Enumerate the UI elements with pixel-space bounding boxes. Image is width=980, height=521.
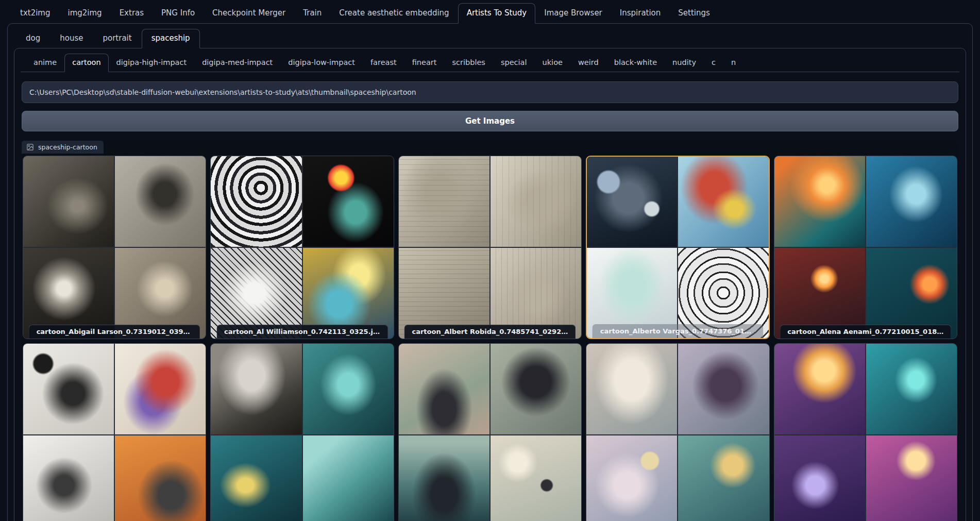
image-icon [26, 143, 34, 151]
thumbnail-image [303, 156, 394, 247]
tab-n[interactable]: n [723, 54, 744, 72]
thumbnail-collage [586, 344, 769, 521]
thumbnail-image [774, 344, 865, 434]
thumbnail-image [115, 156, 206, 247]
tab-portrait[interactable]: portrait [93, 29, 141, 48]
gallery-tile[interactable] [774, 343, 957, 521]
tab-black-white[interactable]: black-white [606, 54, 665, 72]
tab-txt2img[interactable]: txt2img [11, 3, 59, 23]
thumbnail-image [678, 435, 769, 521]
tab-spaceship[interactable]: spaceship [142, 29, 200, 48]
style-tab-bar: anime cartoon digipa-high-impact digipa-… [21, 54, 959, 72]
gallery-tile[interactable] [23, 343, 206, 521]
tab-img2img[interactable]: img2img [59, 3, 110, 23]
get-images-button[interactable]: Get Images [22, 111, 958, 131]
thumbnail-image [211, 156, 301, 247]
thumbnail-image [115, 435, 206, 521]
thumbnail-image [678, 157, 768, 247]
tile-caption: cartoon_Alberto Vargas_0.7747376_0175.jp… [593, 324, 763, 338]
tab-fareast[interactable]: fareast [363, 54, 404, 72]
thumbnail-image [491, 435, 581, 521]
tab-settings[interactable]: Settings [669, 3, 719, 23]
tab-dog[interactable]: dog [16, 29, 50, 48]
thumbnail-image [303, 435, 394, 521]
thumbnail-collage [587, 157, 768, 338]
tab-fineart[interactable]: fineart [404, 54, 445, 72]
gallery-grid: cartoon_Abigail Larson_0.7319012_0391.jp… [22, 154, 958, 521]
tab-special[interactable]: special [493, 54, 535, 72]
tile-caption: cartoon_Albert Robida_0.7485741_0292.jpg [404, 325, 576, 339]
thumbnail-image [866, 156, 957, 247]
tab-checkpoint-merger[interactable]: Checkpoint Merger [204, 3, 294, 23]
thumbnail-collage [211, 344, 393, 521]
thumbnail-image [399, 435, 489, 521]
tab-artists-to-study[interactable]: Artists To Study [458, 3, 536, 24]
category-tab-bar: dog house portrait spaceship [14, 29, 966, 48]
tab-extras[interactable]: Extras [111, 3, 153, 23]
thumbnail-image [23, 435, 114, 521]
cartoon-tab-content: Get Images spaceship-cartoon [21, 72, 959, 521]
thumbnail-image [399, 156, 489, 247]
tab-cartoon[interactable]: cartoon [64, 54, 108, 72]
tab-c[interactable]: c [704, 54, 723, 72]
thumbnail-image [491, 344, 581, 434]
artists-to-study-panel: dog house portrait spaceship anime carto… [7, 23, 973, 521]
thumbnail-image [211, 344, 301, 434]
main-tab-bar: txt2img img2img Extras PNG Info Checkpoi… [7, 3, 973, 23]
thumbnail-collage [399, 156, 581, 339]
gallery-label: spaceship-cartoon [22, 141, 104, 154]
tab-weird[interactable]: weird [570, 54, 606, 72]
thumbnail-image [23, 344, 114, 434]
tab-inspiration[interactable]: Inspiration [611, 3, 670, 23]
gallery-tile[interactable]: cartoon_Albert Robida_0.7485741_0292.jpg [398, 156, 582, 339]
tile-caption: cartoon_Abigail Larson_0.7319012_0391.jp… [29, 325, 200, 339]
tab-anime[interactable]: anime [26, 54, 64, 72]
gallery-tile[interactable]: cartoon_Al Williamson_0.742113_0325.jpg [210, 156, 394, 339]
thumbnail-image [586, 344, 677, 434]
thumbnail-image [866, 344, 957, 434]
thumbnail-image [586, 435, 677, 521]
thumbnail-image [211, 435, 301, 521]
thumbnail-image [115, 344, 206, 434]
tab-digipa-med-impact[interactable]: digipa-med-impact [194, 54, 280, 72]
thumbnail-image [491, 156, 581, 247]
tile-caption: cartoon_Al Williamson_0.742113_0325.jpg [216, 325, 388, 339]
thumbnail-image [678, 344, 769, 434]
thumbnail-collage [23, 344, 206, 521]
gallery-tile[interactable]: cartoon_Alena Aenami_0.77210015_0189.jpg [774, 156, 957, 339]
gallery-label-text: spaceship-cartoon [38, 143, 97, 151]
tab-digipa-low-impact[interactable]: digipa-low-impact [280, 54, 363, 72]
gallery-tile[interactable] [586, 343, 769, 521]
tab-create-aesthetic-embedding[interactable]: Create aesthetic embedding [330, 3, 458, 23]
thumbnail-image [587, 157, 677, 247]
thumbnail-collage [399, 344, 581, 521]
thumbnail-collage [211, 156, 393, 339]
tab-train[interactable]: Train [294, 3, 330, 23]
thumbnail-image [774, 435, 865, 521]
gallery: spaceship-cartoon cartoon_Abigail Larson… [22, 141, 958, 521]
thumbnail-image [23, 156, 114, 247]
tab-ukioe[interactable]: ukioe [535, 54, 570, 72]
thumbnail-image [303, 344, 394, 434]
gallery-tile[interactable]: cartoon_Abigail Larson_0.7319012_0391.jp… [23, 156, 206, 339]
tab-image-browser[interactable]: Image Browser [535, 3, 611, 23]
gallery-tile[interactable] [210, 343, 394, 521]
path-input[interactable] [22, 81, 958, 103]
spaceship-panel: anime cartoon digipa-high-impact digipa-… [14, 48, 966, 521]
tab-scribbles[interactable]: scribbles [444, 54, 493, 72]
thumbnail-image [774, 156, 865, 247]
gallery-tile-selected[interactable]: cartoon_Alberto Vargas_0.7747376_0175.jp… [586, 156, 769, 339]
tab-nudity[interactable]: nudity [665, 54, 704, 72]
thumbnail-collage [774, 344, 957, 521]
thumbnail-image [399, 344, 489, 434]
tile-caption: cartoon_Alena Aenami_0.77210015_0189.jpg [780, 325, 951, 339]
thumbnail-collage [23, 156, 206, 339]
tab-png-info[interactable]: PNG Info [153, 3, 204, 23]
tab-house[interactable]: house [50, 29, 93, 48]
gallery-tile[interactable] [398, 343, 582, 521]
tab-digipa-high-impact[interactable]: digipa-high-impact [109, 54, 195, 72]
thumbnail-collage [774, 156, 957, 339]
thumbnail-image [866, 435, 957, 521]
